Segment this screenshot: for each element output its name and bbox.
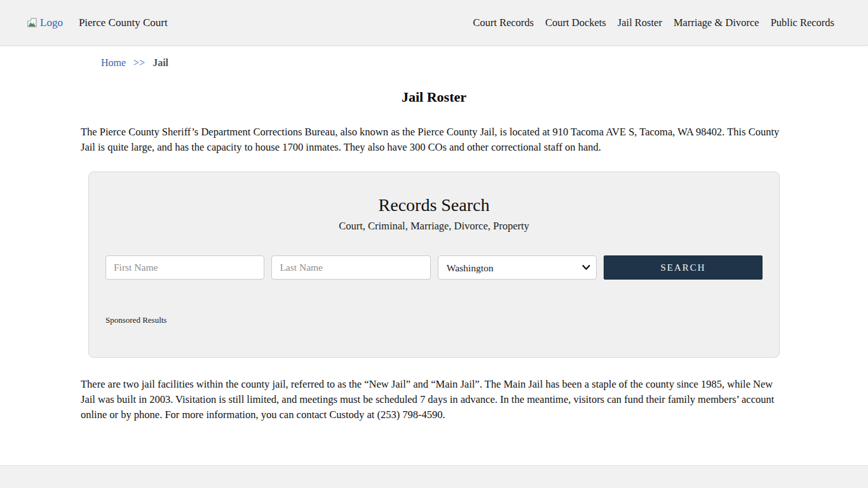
nav-court-dockets[interactable]: Court Dockets [545, 17, 606, 29]
site-logo[interactable]: Logo [25, 17, 63, 29]
nav-jail-roster[interactable]: Jail Roster [618, 17, 662, 29]
intro-paragraph: The Pierce County Sheriff’s Department C… [81, 125, 787, 155]
records-search-title: Records Search [105, 195, 763, 215]
breadcrumb-current: Jail [153, 57, 168, 68]
breadcrumb-separator: >> [133, 57, 145, 68]
broken-image-icon [25, 17, 38, 29]
nav-court-records[interactable]: Court Records [473, 17, 534, 29]
state-select-wrap: Washington [438, 255, 597, 280]
first-name-input[interactable] [105, 255, 264, 280]
records-search-panel: Records Search Court, Criminal, Marriage… [88, 172, 780, 358]
header: Logo Pierce County Court Court Records C… [0, 0, 868, 46]
breadcrumb-home-link[interactable]: Home [101, 57, 126, 68]
page-title: Jail Roster [81, 89, 787, 105]
main-content: Home >> Jail Jail Roster The Pierce Coun… [81, 46, 787, 465]
last-name-input[interactable] [271, 255, 430, 280]
sponsored-results-label: Sponsored Results [105, 315, 763, 325]
breadcrumb: Home >> Jail [81, 57, 787, 69]
site-title: Pierce County Court [79, 17, 168, 29]
outro-paragraph: There are two jail facilities within the… [81, 377, 787, 423]
main-nav: Court Records Court Dockets Jail Roster … [473, 17, 834, 29]
records-search-form: Washington SEARCH [105, 255, 763, 280]
records-search-subtitle: Court, Criminal, Marriage, Divorce, Prop… [105, 220, 763, 233]
nav-marriage-divorce[interactable]: Marriage & Divorce [674, 17, 759, 29]
logo-alt-text: Logo [40, 17, 63, 29]
footer [0, 465, 868, 488]
nav-public-records[interactable]: Public Records [771, 17, 834, 29]
search-button[interactable]: SEARCH [604, 255, 763, 280]
state-select[interactable]: Washington [438, 255, 597, 280]
